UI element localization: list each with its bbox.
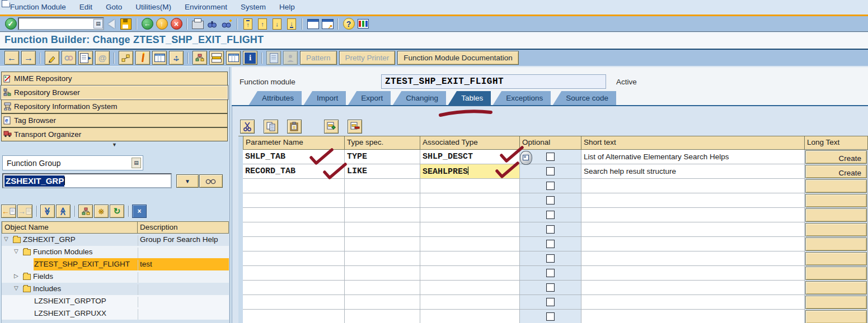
object-list-icon[interactable]	[193, 51, 207, 65]
paste-icon[interactable]	[287, 120, 302, 134]
param-cell[interactable]	[243, 310, 345, 323]
optional-checkbox[interactable]	[546, 269, 555, 277]
object-name-input[interactable]: ZSHEXIT_GRP	[2, 173, 172, 188]
optional-checkbox[interactable]	[546, 153, 555, 161]
type-spec-cell[interactable]	[345, 193, 420, 208]
param-cell[interactable]: RECORD_TAB	[243, 164, 345, 179]
navigation-icon[interactable]: ↔↕	[169, 51, 184, 65]
expander-closed-icon[interactable]: ▷	[14, 273, 18, 279]
copy-object-icon[interactable]: ▶	[78, 51, 93, 65]
associated-type-cell[interactable]	[420, 193, 520, 208]
param-cell[interactable]	[243, 222, 345, 237]
param-cell[interactable]	[243, 266, 345, 281]
command-field-dropdown-icon[interactable]: ▤	[93, 19, 103, 28]
tree-row-lzshexit-grptop[interactable]: LZSHEXIT_GRPTOP	[2, 295, 229, 307]
column-header-parameter-name[interactable]: Parameter Name	[243, 136, 345, 150]
where-used-icon[interactable]	[119, 51, 133, 65]
tree-row-includes[interactable]: ▽Includes	[2, 283, 229, 295]
long-text-create-button[interactable]	[805, 267, 867, 280]
expander-open-icon[interactable]: ▽	[4, 236, 8, 242]
associated-type-cell[interactable]	[420, 281, 520, 295]
insert-row-icon[interactable]	[324, 120, 339, 134]
type-spec-cell[interactable]: LIKE	[345, 164, 420, 179]
short-text-cell[interactable]	[581, 295, 805, 310]
optional-checkbox[interactable]	[546, 298, 555, 306]
menu-environment[interactable]: Environment	[185, 3, 227, 11]
insert-pattern-icon[interactable]	[266, 51, 281, 65]
find-next-icon[interactable]	[220, 17, 233, 31]
customize-layout-icon[interactable]	[356, 17, 370, 31]
associated-type-cell[interactable]: SHLP_DESCT	[420, 150, 520, 164]
optional-checkbox[interactable]	[546, 211, 555, 219]
param-cell[interactable]	[243, 251, 345, 266]
short-text-cell[interactable]	[581, 237, 805, 251]
type-spec-cell[interactable]	[345, 179, 420, 193]
combo-dropdown-icon[interactable]: ▤	[132, 158, 141, 168]
first-page-icon[interactable]: ↑	[241, 17, 255, 31]
previous-page-icon[interactable]: ↑	[256, 17, 269, 31]
debugging-icon[interactable]	[152, 51, 167, 65]
tree-row-fields[interactable]: ▷Fields	[2, 270, 229, 283]
type-spec-cell[interactable]	[345, 295, 420, 310]
param-cell[interactable]	[243, 179, 345, 193]
param-cell[interactable]	[243, 237, 345, 251]
param-cell[interactable]	[243, 208, 345, 222]
pattern-button[interactable]: Pattern	[300, 51, 337, 65]
sidebar-item-mime-repository[interactable]: MIME Repository	[1, 72, 228, 86]
long-text-create-button[interactable]	[805, 194, 867, 207]
column-header-type-spec[interactable]: Type spec.	[345, 136, 420, 150]
type-spec-cell[interactable]: TYPE	[345, 150, 420, 164]
sidebar-collapse-handle[interactable]: ▼	[1, 141, 228, 148]
next-page-icon[interactable]: ↓	[270, 17, 284, 31]
long-text-create-button[interactable]	[805, 238, 867, 251]
close-browser-icon[interactable]: ×	[132, 205, 147, 218]
column-header-optional[interactable]: Optional	[520, 136, 581, 150]
tree-row-lzshexit-grpuxx[interactable]: LZSHEXIT_GRPUXX	[2, 307, 229, 320]
history-back-icon[interactable]: ←	[1, 205, 16, 218]
long-text-create-button[interactable]: Create	[805, 165, 867, 178]
menu-function-module[interactable]: Function Module	[10, 3, 66, 11]
back-step-icon[interactable]	[105, 17, 118, 31]
find-icon[interactable]	[205, 17, 219, 31]
cut-icon[interactable]	[240, 120, 255, 134]
type-spec-cell[interactable]	[345, 310, 420, 323]
user-icon[interactable]	[283, 51, 298, 65]
short-text-cell[interactable]	[581, 193, 805, 208]
display-hierarchy-icon[interactable]	[78, 205, 93, 218]
table-view-icon[interactable]	[226, 51, 241, 65]
optional-checkbox[interactable]	[546, 283, 555, 292]
sort-icon[interactable]	[209, 51, 224, 65]
menu-system[interactable]: System	[241, 3, 266, 11]
short-text-cell[interactable]	[581, 251, 805, 266]
associated-type-cell[interactable]	[420, 251, 520, 266]
optional-checkbox[interactable]	[546, 182, 555, 190]
menu-edit[interactable]: Edit	[79, 3, 92, 11]
tab-import[interactable]: Import	[303, 91, 346, 106]
long-text-create-button[interactable]	[805, 223, 867, 236]
associated-type-cell[interactable]	[420, 237, 520, 251]
long-text-create-button[interactable]	[805, 310, 867, 323]
associated-type-cell[interactable]	[420, 310, 520, 323]
menu-utilities-m[interactable]: Utilities(M)	[135, 3, 171, 11]
short-text-cell[interactable]	[581, 266, 805, 281]
enter-icon[interactable]: ✓	[4, 17, 17, 31]
display-object-button[interactable]	[199, 174, 223, 188]
tab-tables[interactable]: Tables	[448, 91, 491, 106]
tab-export[interactable]: Export	[348, 91, 391, 106]
param-cell[interactable]: SHLP_TAB	[243, 150, 345, 164]
sidebar-item-transport-organizer[interactable]: Transport Organizer	[1, 127, 228, 141]
copy-icon[interactable]	[264, 120, 278, 134]
menu-help[interactable]: Help	[279, 3, 295, 11]
associated-type-cell[interactable]	[420, 179, 520, 193]
param-cell[interactable]	[243, 281, 345, 295]
param-cell[interactable]	[243, 295, 345, 310]
column-header-short-text[interactable]: Short text	[581, 136, 805, 150]
command-field-input[interactable]: ▤	[18, 17, 104, 30]
associated-type-cell[interactable]: SEAHLPRES	[420, 164, 520, 179]
window-menu-icon[interactable]	[2, 0, 10, 7]
optional-checkbox[interactable]	[546, 240, 555, 248]
tab-exceptions[interactable]: Exceptions	[492, 91, 551, 106]
last-page-icon[interactable]: ↓	[285, 17, 298, 31]
function-module-input[interactable]: ZTEST_SHP_EXIT_FLIGHT	[381, 74, 606, 89]
tab-attributes[interactable]: Attributes	[248, 91, 302, 106]
